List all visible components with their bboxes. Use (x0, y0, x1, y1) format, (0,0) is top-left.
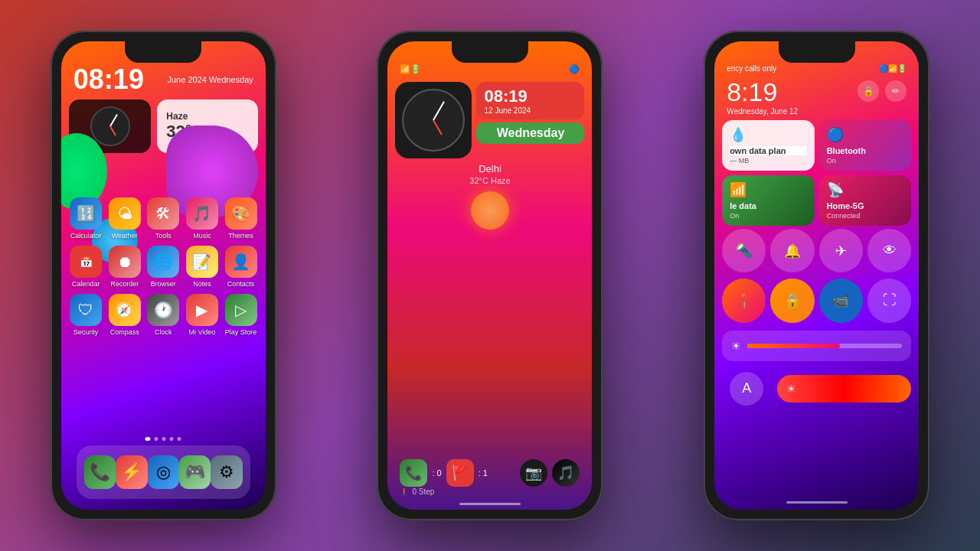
p2-digital-time: 08:19 12 June 2024 (476, 82, 584, 119)
lock2-btn[interactable]: 🔒 (770, 279, 814, 322)
phone-1-widgets: Haze 32°C (61, 96, 266, 159)
contacts-label: Contacts (227, 280, 255, 288)
calculator-icon: 🔢 (70, 197, 102, 230)
p2-datetime-widget: 08:19 12 June 2024 Wednesday (476, 82, 584, 158)
dot-3 (162, 437, 166, 441)
notch-3 (779, 41, 855, 63)
app-clock[interactable]: 🕐 Clock (146, 294, 181, 336)
brightness-control: ☀ (722, 331, 911, 361)
app-row-1: 🔢 Calculator 🌤 Weather 🛠 Tools 🎵 Music (61, 194, 266, 243)
expand-btn[interactable]: ⛶ (867, 279, 911, 322)
app-calendar[interactable]: 📅 Calendar (69, 246, 103, 288)
airplane-btn[interactable]: ✈ (819, 229, 863, 272)
p2-tiktok-icon[interactable]: 🎵 (552, 459, 580, 487)
music-label: Music (193, 232, 211, 240)
phone-3-screen: ency calls only 🔵📶🔋 8:19 Wednesday, June… (714, 41, 919, 510)
calculator-label: Calculator (70, 232, 102, 240)
a-button[interactable]: A (730, 372, 763, 406)
dock-flash[interactable]: ⚡ (116, 455, 147, 489)
p2-notif-icon[interactable]: 🚩 (446, 459, 474, 487)
notes-label: Notes (193, 280, 211, 288)
p3-header-actions: 🔒 ✏ (858, 77, 906, 102)
music-icon: 🎵 (186, 197, 218, 230)
p3-quick-row-1: 🔦 🔔 ✈ 👁 (714, 226, 919, 276)
recorder-label: Recorder (110, 280, 139, 288)
brightness-icon: ☀ (731, 340, 741, 352)
data-plan-label: own data plan (730, 146, 807, 155)
dock-settings[interactable]: ⚙ (211, 455, 242, 489)
slider-icon: ☀ (786, 383, 796, 395)
tile-wifi[interactable]: 📡 Home-5G Connected (819, 175, 912, 226)
p2-analog-clock[interactable] (395, 82, 472, 158)
app-recorder[interactable]: ⏺ Recorder (107, 246, 142, 288)
app-mivideo[interactable]: ▶ Mi Video (185, 294, 220, 336)
app-music[interactable]: 🎵 Music (185, 197, 220, 240)
p3-status-icons: 🔵📶🔋 (879, 64, 906, 73)
app-row-3: 🛡 Security 🧭 Compass 🕐 Clock ▶ Mi Video (61, 291, 266, 339)
app-row-2: 📅 Calendar ⏺ Recorder 🌐 Browser 📝 Notes (61, 243, 266, 291)
dock-game[interactable]: 🎮 (179, 455, 211, 489)
location-btn[interactable]: 📍 (722, 279, 766, 322)
app-browser[interactable]: 🌐 Browser (146, 246, 181, 288)
notes-icon: 📝 (186, 246, 218, 278)
dock-appstore[interactable]: ◎ (148, 455, 179, 489)
app-themes[interactable]: 🎨 Themes (224, 197, 258, 240)
dot-4 (170, 437, 174, 441)
p2-phone-icon[interactable]: 📞 (400, 459, 427, 487)
clock-widget[interactable] (69, 99, 152, 153)
themes-icon: 🎨 (225, 197, 257, 230)
eye-btn[interactable]: 👁 (867, 229, 911, 272)
wifi-label: Home-5G (827, 201, 904, 210)
edit-icon[interactable]: ✏ (885, 80, 906, 102)
dot-2 (155, 437, 158, 441)
p2-camera-icon[interactable]: 📷 (520, 459, 547, 487)
app-notes[interactable]: 📝 Notes (185, 246, 220, 288)
p3-status-text: ency calls only (727, 64, 776, 73)
bluetooth-sub: On (827, 157, 904, 165)
app-playstore[interactable]: ▷ Play Store (224, 294, 258, 336)
weather-widget[interactable]: Haze 32°C (157, 99, 258, 153)
dot-5 (178, 437, 181, 441)
p3-quick-row-2: 📍 🔒 📹 ⛶ (714, 276, 919, 325)
calendar-label: Calendar (72, 280, 100, 288)
calendar-icon: 📅 (70, 246, 102, 278)
app-tools[interactable]: 🛠 Tools (146, 197, 181, 240)
app-weather[interactable]: 🌤 Weather (107, 197, 142, 240)
tools-label: Tools (155, 232, 172, 240)
browser-label: Browser (151, 280, 176, 288)
p2-city: Delhi (387, 163, 592, 174)
mobile-data-label: le data (730, 201, 807, 210)
p3-slider[interactable]: ☀ (777, 375, 911, 403)
tile-bluetooth[interactable]: 🔵 Bluetooth On (819, 120, 912, 171)
app-security[interactable]: 🛡 Security (69, 294, 103, 336)
p3-bottom-row: A ☀ (714, 366, 919, 412)
browser-icon: 🌐 (147, 246, 179, 278)
phone-3: ency calls only 🔵📶🔋 8:19 Wednesday, June… (704, 31, 929, 520)
compass-icon: 🧭 (109, 294, 141, 326)
brightness-fill (747, 344, 840, 348)
tile-mobile-data[interactable]: 📶 le data On (722, 175, 815, 226)
brightness-bar[interactable] (747, 344, 902, 348)
p2-home-indicator (459, 503, 521, 505)
p2-bottom-right-apps: 📷 🎵 (520, 459, 580, 487)
app-compass[interactable]: 🧭 Compass (107, 294, 142, 336)
app-contacts[interactable]: 👤 Contacts (224, 246, 258, 288)
data-plan-sub: — MB (730, 157, 807, 165)
tile-data-plan[interactable]: 💧 own data plan — MB (722, 120, 815, 171)
flashlight-btn[interactable]: 🔦 (722, 229, 766, 272)
phone-1-screen: 08:19 June 2024 Wednesday Haze 32°C (61, 41, 266, 510)
p2-steps: 🚶 0 Step (400, 487, 434, 496)
video-btn[interactable]: 📹 (819, 279, 863, 322)
p2-bluetooth: 🔵 (569, 64, 580, 74)
bell-btn[interactable]: 🔔 (770, 229, 814, 272)
p2-status-left: 📶🔋 (400, 64, 421, 74)
lock-icon[interactable]: 🔒 (858, 80, 879, 102)
wifi-icon: 📡 (827, 181, 904, 198)
bluetooth-icon: 🔵 (827, 126, 904, 143)
p3-controls: 💧 own data plan — MB 🔵 Bluetooth On 📶 le… (714, 120, 919, 226)
dock-phone[interactable]: 📞 (84, 455, 116, 489)
p3-date: Wednesday, June 12 (727, 107, 798, 116)
playstore-icon: ▷ (225, 294, 257, 326)
app-calculator[interactable]: 🔢 Calculator (69, 197, 103, 240)
p3-time-date: 8:19 Wednesday, June 12 (727, 77, 798, 116)
